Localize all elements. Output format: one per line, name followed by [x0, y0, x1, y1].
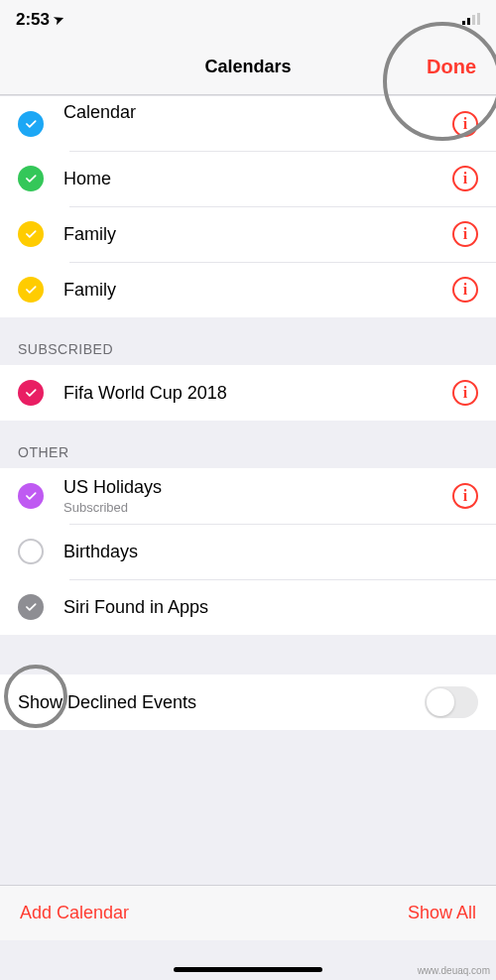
- info-icon[interactable]: i: [452, 380, 478, 406]
- check-icon: [18, 111, 44, 137]
- spacer: [0, 635, 496, 674]
- home-indicator: [174, 967, 322, 972]
- calendar-label: Family: [63, 280, 452, 301]
- info-icon[interactable]: i: [452, 221, 478, 247]
- calendar-row-worldcup[interactable]: Fifa World Cup 2018i: [0, 365, 496, 421]
- location-icon: ➤: [52, 12, 65, 29]
- section-header: OTHER: [0, 421, 496, 468]
- check-icon: [18, 166, 44, 191]
- svg-rect-1: [467, 18, 470, 25]
- section-header: SUBSCRIBED: [0, 317, 496, 365]
- check-icon: [18, 594, 44, 620]
- show-declined-row[interactable]: Show Declined Events: [0, 674, 496, 730]
- calendar-row-siri[interactable]: Siri Found in Apps: [0, 579, 496, 635]
- check-icon: [18, 380, 44, 406]
- calendar-label: Family: [63, 224, 452, 245]
- signal-icon: [462, 10, 480, 30]
- info-icon[interactable]: i: [452, 483, 478, 509]
- add-calendar-button[interactable]: Add Calendar: [20, 903, 129, 923]
- calendar-label: Birthdays: [63, 542, 478, 562]
- check-icon: [18, 221, 44, 247]
- info-icon[interactable]: i: [452, 111, 478, 137]
- nav-bar: Calendars Done: [0, 40, 496, 95]
- status-bar: 2:53 ➤: [0, 0, 496, 40]
- info-icon[interactable]: i: [452, 277, 478, 303]
- check-icon: [18, 277, 44, 303]
- footer-toolbar: Add Calendar Show All: [0, 885, 496, 940]
- check-icon: [18, 483, 44, 509]
- done-button[interactable]: Done: [427, 56, 476, 78]
- unchecked-icon: [18, 539, 44, 564]
- calendar-row-family-1[interactable]: Familyi: [0, 206, 496, 262]
- page-title: Calendars: [204, 57, 291, 77]
- spacer: [0, 730, 496, 770]
- calendar-row-family-2[interactable]: Familyi: [0, 262, 496, 317]
- show-all-button[interactable]: Show All: [408, 903, 476, 923]
- toggle-label: Show Declined Events: [18, 692, 425, 713]
- calendar-row-us-holidays[interactable]: US HolidaysSubscribedi: [0, 468, 496, 524]
- info-icon[interactable]: i: [452, 166, 478, 191]
- watermark: www.deuaq.com: [418, 965, 490, 976]
- calendar-row-birthdays[interactable]: Birthdays: [0, 524, 496, 579]
- calendar-label: Fifa World Cup 2018: [63, 383, 452, 404]
- svg-rect-0: [462, 21, 465, 25]
- calendar-label: Home: [63, 169, 452, 189]
- status-time: 2:53: [16, 10, 50, 30]
- calendar-label: Siri Found in Apps: [63, 597, 478, 618]
- calendar-sublabel: Subscribed: [63, 500, 452, 515]
- calendar-label: Calendar: [63, 102, 452, 123]
- calendar-row-home[interactable]: Homei: [0, 151, 496, 206]
- svg-rect-2: [472, 15, 475, 25]
- calendar-label: US Holidays: [63, 477, 452, 498]
- calendar-row-calendar[interactable]: Calendari: [0, 95, 496, 151]
- toggle-switch[interactable]: [425, 686, 478, 718]
- svg-rect-3: [477, 13, 480, 25]
